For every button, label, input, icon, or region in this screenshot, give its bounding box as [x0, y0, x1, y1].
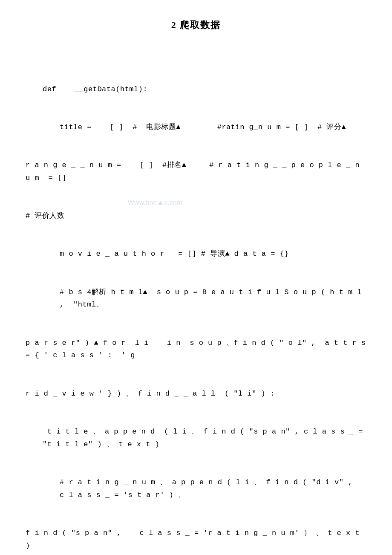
code-line-3: r a n g e _ _ n u m = [ ] #排名▲ # r a t i… — [26, 159, 366, 185]
code-line-7: p a r s e r" ) ▲ f o r l i i n s o u p 、… — [26, 337, 366, 362]
code-line-10: # r a t i n g _ n u m 、 a p p e n d ( l … — [26, 476, 366, 502]
page-container: 2 爬取数据 def __getData(html): title = [ ] … — [26, 17, 366, 555]
code-line-9: t i t l e 、 a p p e n d ( l i 、 f i n d … — [26, 425, 366, 451]
code-line-2: title = [ ] # 电影标题▲ #ratin g_n u m = [ ]… — [26, 121, 366, 134]
code-line-5: m o v i e _ a u t h o r = [] # 导演▲ d a t… — [26, 248, 366, 260]
page-title: 2 爬取数据 — [26, 17, 366, 33]
code-line-6: # b s 4解析 h t m l▲ s o u p = B e a u t i… — [26, 286, 366, 312]
code-content: def __getData(html): title = [ ] # 电影标题▲… — [26, 45, 366, 555]
code-line-1: def __getData(html): — [26, 83, 366, 96]
code-line-8: r i d _ v i e w ' } ) 、 f i n d _ _ a l … — [26, 387, 366, 400]
code-line-4: # 评价人数 — [26, 210, 366, 223]
code-line-11: f i n d ( "s p a n" , c l a s s _ = 'r a… — [26, 527, 366, 552]
